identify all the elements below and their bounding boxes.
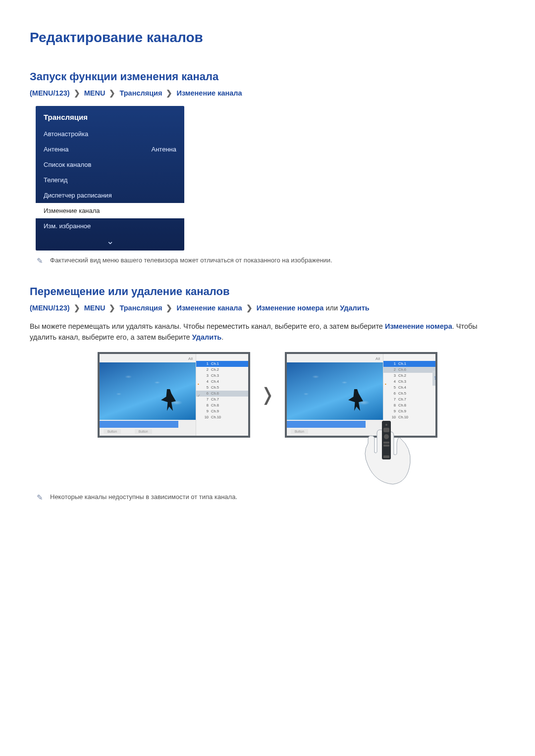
text: Вы можете перемещать или удалять каналы.…	[30, 322, 385, 330]
bc-menu: MENU	[84, 304, 106, 312]
channel-row[interactable]: 3Ch.3	[196, 373, 248, 379]
page-title: Редактирование каналов	[30, 30, 505, 46]
bc-menu123: MENU/123	[32, 304, 67, 312]
tv-menu-item[interactable]: Список каналов	[36, 157, 184, 172]
channel-number: 2	[204, 367, 209, 372]
tv-menu-title: Трансляция	[36, 106, 184, 126]
channel-row[interactable]: 4Ch.3	[383, 379, 435, 385]
channel-name: Ch.6	[211, 391, 219, 396]
screens-row: Edit Channel All ButtonButton 1Ch.12Ch.2…	[30, 352, 505, 438]
channel-row[interactable]: 2Ch.6	[383, 367, 435, 373]
channel-row[interactable]: 1Ch.1	[383, 361, 435, 367]
bc-item: Трансляция	[119, 304, 162, 312]
pencil-icon: ✎	[37, 493, 43, 502]
note: ✎ Фактический вид меню вашего телевизора…	[37, 256, 505, 265]
channel-name: Ch.8	[211, 403, 219, 407]
screen-left: Edit Channel All ButtonButton 1Ch.12Ch.2…	[98, 352, 250, 438]
channel-row[interactable]: 4Ch.4	[196, 379, 248, 385]
channel-name: Ch.2	[398, 373, 406, 378]
channel-name: Ch.9	[211, 409, 219, 413]
channel-name: Ch.4	[211, 379, 219, 384]
preview-button[interactable]: Button	[291, 429, 308, 434]
section-heading: Запуск функции изменения канала	[30, 70, 505, 83]
channel-number: 9	[391, 409, 396, 413]
channel-name: Ch.10	[211, 415, 221, 419]
arrow-up-icon: ⇧	[432, 371, 437, 386]
channel-name: Ch.8	[398, 403, 406, 407]
channel-number: 7	[391, 397, 396, 402]
tv-menu-item-label: Изменение канала	[44, 207, 100, 214]
breadcrumb: (MENU/123) ❯ MENU ❯ Трансляция ❯ Изменен…	[30, 89, 505, 97]
channel-number: 5	[391, 385, 396, 390]
channel-name: Ch.7	[398, 397, 406, 402]
channel-name: Ch.6	[398, 367, 406, 372]
channel-row[interactable]: 3Ch.2	[383, 373, 435, 379]
channel-row[interactable]: 10Ch.10	[196, 414, 248, 420]
preview-image	[287, 362, 383, 420]
tv-menu-item-label: Телегид	[44, 176, 67, 184]
tv-menu-item[interactable]: Диспетчер расписания	[36, 188, 184, 203]
progress-bar	[100, 421, 178, 428]
note-text: Некоторые каналы недоступны в зависимост…	[50, 493, 237, 501]
tv-menu-item[interactable]: Изм. избранное	[36, 218, 184, 234]
channel-row[interactable]: 9Ch.9	[383, 408, 435, 414]
channel-row[interactable]: 2Ch.2	[196, 367, 248, 373]
note: ✎ Некоторые каналы недоступны в зависимо…	[37, 493, 505, 502]
channel-row[interactable]: 6Ch.6	[196, 391, 248, 397]
bc-item: Изменение канала	[177, 304, 242, 312]
channel-number: 10	[204, 415, 209, 419]
channel-number: 10	[391, 415, 396, 419]
channel-number: 6	[391, 391, 396, 396]
bc-or: или	[323, 304, 340, 312]
svg-rect-5	[383, 445, 389, 447]
tv-menu-item[interactable]: Автонастройка	[36, 126, 184, 142]
bc-menu: MENU	[84, 89, 106, 97]
screen-filter: All	[100, 356, 196, 362]
paren-close: )	[67, 89, 70, 97]
channel-name: Ch.9	[398, 409, 406, 413]
chevron-right-icon: ❯	[166, 89, 172, 97]
channel-name: Ch.3	[398, 379, 406, 384]
channel-number: 8	[391, 403, 396, 407]
channel-row[interactable]: 8Ch.8	[196, 403, 248, 408]
progress-bar	[287, 421, 366, 428]
channel-row[interactable]: 9Ch.9	[196, 408, 248, 414]
tv-menu-item[interactable]: АнтеннаАнтенна	[36, 142, 184, 157]
preview-button[interactable]: Button	[104, 429, 121, 434]
channel-number: 5	[204, 385, 209, 390]
bc-item: Изменение канала	[177, 89, 242, 97]
keyword: Удалить	[192, 333, 222, 341]
channel-name: Ch.5	[211, 385, 219, 390]
channel-number: 7	[204, 397, 209, 402]
tv-menu-item[interactable]: Изменение канала	[36, 203, 184, 218]
channel-row[interactable]: 1Ch.1	[196, 361, 248, 367]
channel-row[interactable]: 10Ch.10	[383, 414, 435, 420]
svg-rect-4	[383, 442, 389, 444]
channel-number: 2	[391, 367, 396, 372]
bc-menu123: MENU/123	[32, 89, 67, 97]
preview-button[interactable]: Button	[135, 429, 152, 434]
channel-row[interactable]: 7Ch.7	[196, 397, 248, 403]
channel-number: 4	[391, 379, 396, 384]
channel-name: Ch.1	[211, 361, 219, 366]
chevron-down-icon: ⌄	[36, 234, 184, 247]
tv-menu-item[interactable]: Телегид	[36, 172, 184, 188]
breadcrumb: (MENU/123) ❯ MENU ❯ Трансляция ❯ Изменен…	[30, 304, 505, 312]
channel-number: 9	[204, 409, 209, 413]
channel-row[interactable]: 7Ch.7	[383, 397, 435, 403]
channel-row[interactable]: 8Ch.8	[383, 403, 435, 408]
chevron-right-icon: ❯	[246, 304, 253, 312]
channel-row[interactable]: 5Ch.4	[383, 385, 435, 391]
channel-number: 3	[391, 373, 396, 378]
channel-number: 3	[204, 373, 209, 378]
channel-row[interactable]: 6Ch.5	[383, 391, 435, 397]
tv-menu-item-value: Антенна	[152, 146, 176, 153]
tv-menu: Трансляция АвтонастройкаАнтеннаАнтеннаСп…	[36, 106, 184, 251]
chevron-right-icon: ❯	[109, 89, 115, 97]
channel-row[interactable]: 5Ch.5	[196, 385, 248, 391]
chevron-right-icon: ❯	[74, 304, 80, 312]
tv-menu-item-label: Изм. избранное	[44, 222, 91, 230]
tv-menu-item-label: Автонастройка	[44, 130, 88, 138]
chevron-right-icon: ❯	[109, 304, 115, 312]
screen-filter: All	[287, 356, 383, 362]
